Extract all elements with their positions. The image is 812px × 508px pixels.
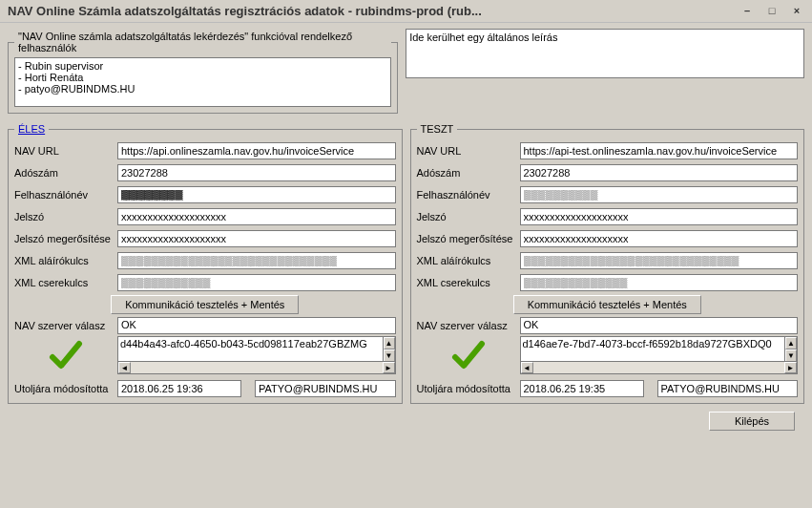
check-icon <box>449 336 488 374</box>
close-button[interactable]: × <box>787 4 806 19</box>
exit-button[interactable]: Kilépés <box>709 412 795 431</box>
teszt-legend: TESZT <box>417 123 458 135</box>
eles-response-box: OK <box>117 317 396 334</box>
eles-navurl-label: NAV URL <box>14 145 117 157</box>
teszt-detail-text: d146ae7e-7bd7-4073-bccf-f6592b18da9727GB… <box>523 338 784 349</box>
eles-user-label: Felhasználónév <box>14 189 117 201</box>
teszt-navurl-label: NAV URL <box>417 145 520 157</box>
eles-xmlcsere-input[interactable] <box>117 274 396 291</box>
teszt-pass2-input[interactable] <box>520 230 799 247</box>
eles-mod-ts <box>117 380 241 397</box>
teszt-navurl-input[interactable] <box>520 142 799 159</box>
eles-response-label: NAV szerver válasz <box>14 320 117 331</box>
eles-detail-hscroll[interactable]: ◄► <box>118 361 395 373</box>
eles-mod-who <box>255 380 396 397</box>
teszt-test-button[interactable]: Kommunikáció tesztelés + Mentés <box>513 295 701 314</box>
eles-xmlalairo-input[interactable] <box>117 252 396 269</box>
teszt-adoszam-label: Adószám <box>417 167 520 179</box>
teszt-user-input[interactable] <box>520 186 799 203</box>
teszt-detail-box[interactable]: d146ae7e-7bd7-4073-bccf-f6592b18da9727GB… <box>520 336 799 374</box>
eles-pass2-label: Jelszó megerősítése <box>14 233 117 244</box>
eles-xmlcsere-label: XML cserekulcs <box>14 277 117 288</box>
teszt-xmlcsere-label: XML cserekulcs <box>417 277 520 288</box>
teszt-adoszam-input[interactable] <box>520 164 799 181</box>
teszt-xmlalairo-input[interactable] <box>520 252 799 269</box>
teszt-response-box: OK <box>520 317 799 334</box>
description-textarea[interactable] <box>406 29 804 78</box>
minimize-button[interactable]: – <box>738 4 757 19</box>
eles-detail-vscroll[interactable]: ▲▼ <box>383 337 395 362</box>
eles-pass-input[interactable] <box>117 208 396 225</box>
teszt-xmlcsere-input[interactable] <box>520 274 799 291</box>
eles-mod-label: Utoljára módosította <box>14 383 117 394</box>
users-list[interactable] <box>14 57 391 107</box>
teszt-response-label: NAV szerver válasz <box>417 320 520 331</box>
eles-detail-box[interactable]: d44b4a43-afc0-4650-b043-5cd098117eab27GB… <box>117 336 396 374</box>
teszt-mod-ts <box>520 380 644 397</box>
maximize-button[interactable]: □ <box>762 4 781 19</box>
eles-legend-link[interactable]: ÉLES <box>18 123 45 135</box>
eles-adoszam-label: Adószám <box>14 167 117 179</box>
teszt-pass-label: Jelszó <box>417 211 520 222</box>
teszt-detail-hscroll[interactable]: ◄► <box>521 361 798 373</box>
users-legend: "NAV Online számla adatszolgáltatás leké… <box>14 31 391 53</box>
teszt-pass-input[interactable] <box>520 208 799 225</box>
teszt-detail-vscroll[interactable]: ▲▼ <box>784 337 797 362</box>
eles-xmlalairo-label: XML aláírókulcs <box>14 255 117 266</box>
teszt-fieldset: TESZT NAV URL Adószám Felhasználónév Jel… <box>410 123 805 404</box>
teszt-user-label: Felhasználónév <box>417 189 520 201</box>
users-fieldset: "NAV Online számla adatszolgáltatás leké… <box>8 31 398 114</box>
teszt-ok-icon <box>417 336 520 374</box>
eles-fieldset: ÉLES NAV URL Adószám Felhasználónév Jels… <box>8 123 403 404</box>
teszt-mod-who <box>657 380 799 397</box>
eles-ok-icon <box>14 336 117 374</box>
eles-test-button[interactable]: Kommunikáció tesztelés + Mentés <box>111 295 299 314</box>
eles-pass-label: Jelszó <box>14 211 117 222</box>
teszt-mod-label: Utoljára módosította <box>417 383 520 394</box>
eles-navurl-input[interactable] <box>117 142 396 159</box>
eles-detail-text: d44b4a43-afc0-4650-b043-5cd098117eab27GB… <box>120 338 382 349</box>
teszt-xmlalairo-label: XML aláírókulcs <box>417 255 520 266</box>
check-icon <box>47 336 85 374</box>
window-title: NAV Online Számla adatszolgáltatás regis… <box>8 4 732 18</box>
eles-adoszam-input[interactable] <box>117 164 396 181</box>
eles-pass2-input[interactable] <box>117 230 396 247</box>
titlebar: NAV Online Számla adatszolgáltatás regis… <box>0 0 812 23</box>
eles-user-input[interactable] <box>117 186 396 203</box>
teszt-pass2-label: Jelszó megerősítése <box>417 233 520 244</box>
